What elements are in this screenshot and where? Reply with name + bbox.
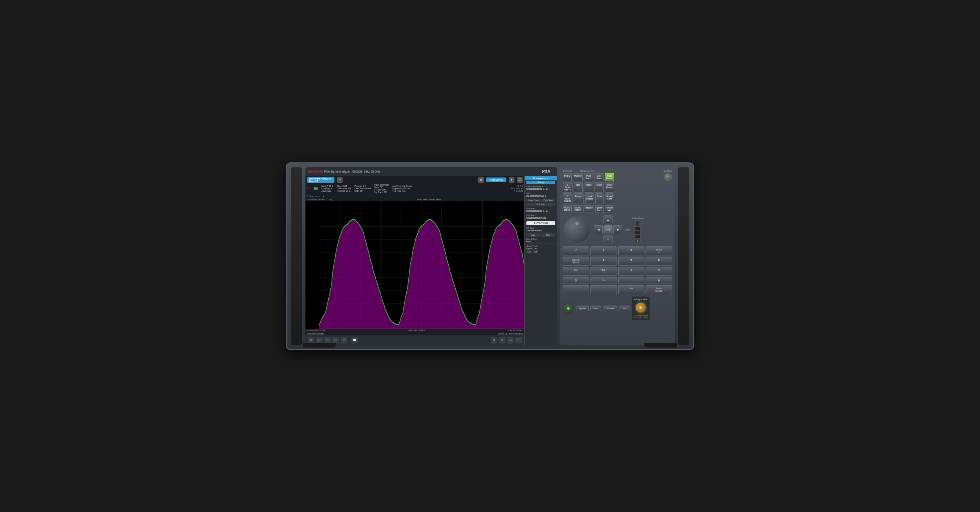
usb-ports <box>635 227 641 238</box>
control-panel: Channel Measurement FREQ Marker PeakSear… <box>560 167 675 345</box>
num-2-button[interactable]: 2 <box>646 267 672 276</box>
user-preset-button[interactable]: UserPreset <box>605 182 614 193</box>
del-button[interactable]: Del <box>563 267 589 276</box>
toolbar-message-button[interactable]: 💬 <box>351 337 358 344</box>
center-freq-item: Center Frequency 6.0000000000 GHz <box>525 184 557 191</box>
nav-empty-bl <box>594 235 603 244</box>
alt-button[interactable]: Alt <box>618 285 645 294</box>
nav-up-button[interactable]: ▲ <box>604 215 612 224</box>
obsolete-button[interactable]: Obsolete <box>603 306 617 311</box>
marker-button[interactable]: Marker <box>573 173 583 181</box>
screen-header: KEYSIGHT PXA Signal Analyzer N9030B 3 Hz… <box>305 167 557 176</box>
num-7-button[interactable]: 7 <box>563 246 589 255</box>
panel-top: Channel Measurement FREQ Marker PeakSear… <box>563 170 672 214</box>
recall-button[interactable]: Recall <box>595 182 604 193</box>
sweep-button[interactable]: 3. ScaleSWEEP <box>563 193 572 204</box>
rf-input-label: RF Input 50Ω <box>634 298 647 301</box>
decimal-button[interactable]: . <box>563 285 589 294</box>
span-type-buttons: Swept Span Zero Span <box>526 199 555 202</box>
rf-center-pin <box>639 306 642 309</box>
mode-meas-button[interactable]: MODE/MEAS <box>563 205 572 213</box>
signal-track-off-button[interactable]: Off <box>533 250 539 253</box>
toolbar-grid-button[interactable]: ⊞ <box>491 337 497 344</box>
tab-button[interactable]: Tab→→ <box>590 267 617 276</box>
freq-offset-item: Freq Offset 0 Hz <box>525 237 557 244</box>
num-9-button[interactable]: 9 <box>618 246 645 255</box>
nav-right-button[interactable]: ▶ <box>613 225 622 234</box>
toolbar-copy-button[interactable]: ▭ <box>332 337 339 344</box>
full-span-button[interactable]: Full Span <box>526 203 555 206</box>
num-1-button[interactable]: 1 <box>618 267 645 276</box>
toolbar-cursor-button[interactable]: ↖ <box>499 337 506 344</box>
res-bw-display: #Res BW 100 kHz <box>307 332 324 335</box>
nav-down-button[interactable]: ▼ <box>604 235 612 244</box>
usb-port-3[interactable] <box>635 235 641 238</box>
cancel-button[interactable]: Cancel(Esc) <box>563 257 589 266</box>
toolbar-windows-button[interactable]: ⊞ <box>308 337 314 344</box>
amptd-button[interactable]: 1. ScaleAMPTD <box>563 182 572 193</box>
spectrum-trace: -30.0 -40.0 -50.0 -60.0 -70.0 -80.0 -90.… <box>305 201 524 329</box>
input-output-button[interactable]: Input/Output <box>585 193 594 204</box>
meas-setup-button[interactable]: MEASSETUP <box>573 205 582 213</box>
num-5-button[interactable]: 5 <box>618 257 645 266</box>
keysight-small-icon: K <box>307 187 309 190</box>
center-freq-display: Center 6.00000 GHz <box>307 329 326 332</box>
toolbar-fullscreen-button[interactable]: ⛶ <box>515 337 522 344</box>
btn-row-4: MODE/MEAS MEASSETUP Display QuickSave Re… <box>563 205 614 213</box>
swept-span-button[interactable]: Swept Span <box>526 199 541 202</box>
num-6-button[interactable]: 6 <box>646 257 672 266</box>
help-button[interactable]: Help <box>590 306 601 311</box>
mode-preset-button[interactable]: ModePreset <box>605 173 614 181</box>
single-cont-button[interactable]: Single/Cont <box>605 193 614 204</box>
local-label: Local <box>625 228 630 231</box>
num-4-button[interactable]: 4 <box>590 257 617 266</box>
auto-tune-button[interactable]: AUTO TUNE <box>526 221 555 225</box>
man-button[interactable]: Man <box>541 233 556 237</box>
nav-left-button[interactable]: ◀ <box>594 225 603 234</box>
display-area: Spectrum Analyzer 1 Swept SA + ⚙ Frequen… <box>305 176 557 345</box>
signal-track-on-button[interactable]: On <box>526 250 532 253</box>
bksp-button[interactable]: Bk Sp▲ <box>646 246 672 255</box>
misc-button[interactable] <box>618 277 645 284</box>
ref-level: Ref Level -20.00 dBm <box>335 198 523 201</box>
rf-connector <box>635 301 647 314</box>
num-3-button[interactable]: 3 <box>563 277 589 284</box>
freq-button[interactable]: FREQ <box>563 173 572 181</box>
system-button[interactable]: System <box>576 306 589 311</box>
main-knob[interactable] <box>563 215 591 244</box>
save-button[interactable]: Save <box>595 193 604 204</box>
bw-button[interactable]: BW <box>574 182 583 193</box>
nav-empty-tl <box>594 215 603 224</box>
auto-button[interactable]: Auto <box>526 233 541 237</box>
trace-button[interactable]: Trace <box>584 182 593 193</box>
freq-expand-button[interactable]: ⛶ <box>517 177 523 183</box>
freq-arrow-button[interactable]: ▾ <box>509 177 514 183</box>
trigger-button[interactable]: Trigger <box>574 193 584 204</box>
minus-button[interactable]: – <box>590 285 617 294</box>
frequency-tab[interactable]: Frequency <box>486 177 506 182</box>
display-button[interactable]: Display <box>584 205 594 213</box>
nav-enter-button[interactable]: Enter <box>604 225 612 234</box>
numpad: 7 8 9 Bk Sp▲ Cancel(Esc) 4 5 6 Del Tab→→… <box>563 246 672 294</box>
undo-button[interactable]: Undo <box>619 306 630 311</box>
zero-span-button[interactable]: Zero Span <box>541 199 556 202</box>
usb-port-1[interactable] <box>635 227 641 230</box>
settings-icon-button[interactable]: ⚙ <box>478 177 484 183</box>
toolbar-help-button[interactable]: ? <box>341 337 347 344</box>
toolbar-rect-button[interactable]: ▭ <box>507 337 514 344</box>
toolbar-undo-button[interactable]: ↩ <box>316 337 323 344</box>
num-0-button[interactable]: 0 <box>646 277 672 284</box>
ctrl-button[interactable]: Ctrl <box>590 277 617 284</box>
peak-search-button[interactable]: PeakSearch <box>584 173 593 181</box>
toolbar-redo-button[interactable]: ↪ <box>324 337 331 344</box>
usb-port-2[interactable] <box>635 231 641 234</box>
power-button[interactable] <box>563 303 574 314</box>
user-menu-button[interactable]: UserMenu <box>595 173 604 181</box>
num-8-button[interactable]: 8 <box>590 246 617 255</box>
add-tab-button[interactable]: + <box>337 177 343 183</box>
restart-button[interactable]: Restart▶▶ <box>605 205 614 213</box>
touch-onoff-button[interactable]: TouchOn/Off <box>646 285 672 294</box>
scale-label: Scale/Div 10 dB <box>307 198 325 201</box>
settings-button[interactable]: Settings <box>526 181 555 184</box>
quick-save-button[interactable]: QuickSave <box>595 205 604 213</box>
